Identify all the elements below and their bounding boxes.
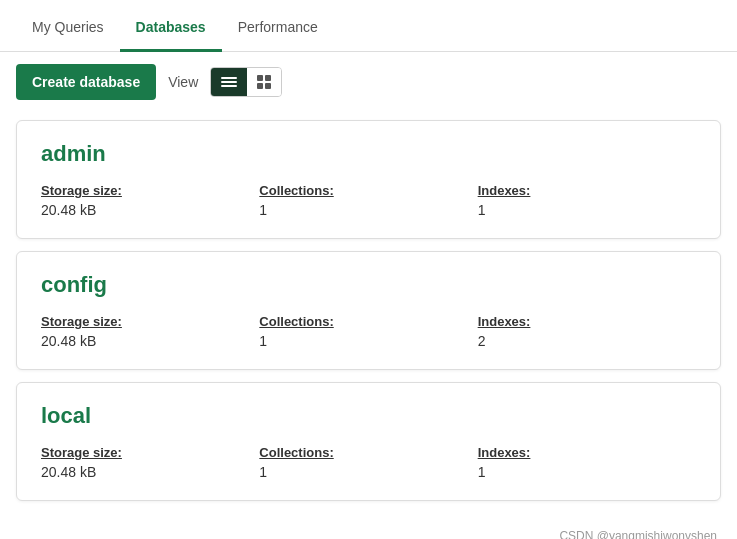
- toolbar: Create database View: [0, 52, 737, 112]
- collections-label-config: Collections:: [259, 314, 477, 329]
- stat-collections-config: Collections: 1: [259, 314, 477, 349]
- database-name-config[interactable]: config: [41, 272, 696, 298]
- list-view-button[interactable]: [211, 68, 247, 96]
- stat-collections-local: Collections: 1: [259, 445, 477, 480]
- stat-indexes-admin: Indexes: 1: [478, 183, 696, 218]
- database-list: admin Storage size: 20.48 kB Collections…: [0, 112, 737, 517]
- storage-value-config: 20.48 kB: [41, 333, 259, 349]
- grid-view-button[interactable]: [247, 68, 281, 96]
- collections-value-local: 1: [259, 464, 477, 480]
- view-label: View: [168, 74, 198, 90]
- storage-value-admin: 20.48 kB: [41, 202, 259, 218]
- indexes-value-config: 2: [478, 333, 696, 349]
- collections-label-admin: Collections:: [259, 183, 477, 198]
- collections-value-admin: 1: [259, 202, 477, 218]
- grid-icon: [257, 75, 271, 89]
- tab-performance[interactable]: Performance: [222, 5, 334, 52]
- indexes-value-admin: 1: [478, 202, 696, 218]
- stat-indexes-local: Indexes: 1: [478, 445, 696, 480]
- indexes-value-local: 1: [478, 464, 696, 480]
- storage-label-config: Storage size:: [41, 314, 259, 329]
- storage-value-local: 20.48 kB: [41, 464, 259, 480]
- tab-databases[interactable]: Databases: [120, 5, 222, 52]
- storage-label-local: Storage size:: [41, 445, 259, 460]
- indexes-label-local: Indexes:: [478, 445, 696, 460]
- stat-storage-admin: Storage size: 20.48 kB: [41, 183, 259, 218]
- indexes-label-admin: Indexes:: [478, 183, 696, 198]
- database-card-local: local Storage size: 20.48 kB Collections…: [16, 382, 721, 501]
- nav-bar: My Queries Databases Performance: [0, 0, 737, 52]
- database-stats-config: Storage size: 20.48 kB Collections: 1 In…: [41, 314, 696, 349]
- watermark: CSDN @yangmishiwonvshen: [559, 529, 717, 539]
- storage-label-admin: Storage size:: [41, 183, 259, 198]
- tab-my-queries[interactable]: My Queries: [16, 5, 120, 52]
- collections-value-config: 1: [259, 333, 477, 349]
- view-toggle: [210, 67, 282, 97]
- database-stats-admin: Storage size: 20.48 kB Collections: 1 In…: [41, 183, 696, 218]
- database-stats-local: Storage size: 20.48 kB Collections: 1 In…: [41, 445, 696, 480]
- indexes-label-config: Indexes:: [478, 314, 696, 329]
- database-card-admin: admin Storage size: 20.48 kB Collections…: [16, 120, 721, 239]
- database-name-admin[interactable]: admin: [41, 141, 696, 167]
- stat-storage-config: Storage size: 20.48 kB: [41, 314, 259, 349]
- footer: CSDN @yangmishiwonvshen: [0, 517, 737, 539]
- stat-storage-local: Storage size: 20.48 kB: [41, 445, 259, 480]
- stat-collections-admin: Collections: 1: [259, 183, 477, 218]
- collections-label-local: Collections:: [259, 445, 477, 460]
- stat-indexes-config: Indexes: 2: [478, 314, 696, 349]
- database-name-local[interactable]: local: [41, 403, 696, 429]
- database-card-config: config Storage size: 20.48 kB Collection…: [16, 251, 721, 370]
- create-database-button[interactable]: Create database: [16, 64, 156, 100]
- list-icon: [221, 77, 237, 87]
